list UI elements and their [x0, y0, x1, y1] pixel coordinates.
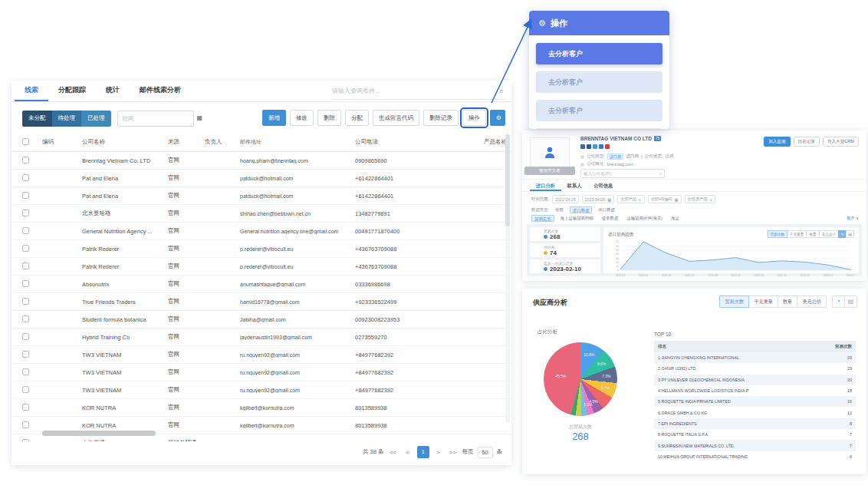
nav-tab[interactable]: 邮件线索分析	[130, 81, 191, 101]
company-card-tab[interactable]: 公司信息	[587, 180, 619, 191]
table-row[interactable]: Pat and Elena 官网 patduck@hotmail.com +61…	[12, 170, 511, 187]
per-page-input[interactable]: 50	[478, 447, 493, 458]
status-filter-segment[interactable]: 未分配	[22, 111, 52, 127]
table-row[interactable]: TW3 VIETNAM 官网 ru.nguyen92@gmail.com +84…	[12, 381, 511, 399]
supplier-toggle[interactable]: 数量	[778, 296, 797, 308]
nav-tab[interactable]: 统计	[96, 81, 130, 101]
row-checkbox[interactable]	[22, 227, 29, 234]
toolbar-action-button[interactable]: 分配	[345, 110, 369, 126]
sub-tab[interactable]: 提单数据	[600, 215, 621, 222]
hs-code-select[interactable]: 全部HS编码▦	[648, 195, 682, 203]
history-button[interactable]: 历史记录	[794, 137, 820, 147]
import-crm-button[interactable]: 导入大贸CRM	[823, 137, 859, 147]
time-field[interactable]	[123, 115, 197, 122]
list-icon-button[interactable]: ▤	[846, 230, 854, 238]
row-checkbox[interactable]	[22, 210, 29, 216]
table-row[interactable]: Student formula botanica 官网 Jabiha@gmail…	[12, 311, 511, 329]
trend-toggle[interactable]: 千克重量	[787, 230, 807, 238]
toolbar-action-button[interactable]: 删除	[317, 110, 341, 126]
row-checkbox[interactable]	[22, 421, 29, 428]
status-filter-segment[interactable]: 已处理	[81, 111, 111, 127]
time-filter-input[interactable]: ▦	[117, 111, 194, 127]
table-row[interactable]: Hybrid Training Co 官网 jaydenaustin1993@g…	[12, 329, 511, 346]
gear-icon-button[interactable]: ⚙	[490, 110, 505, 126]
row-checkbox[interactable]	[22, 439, 29, 442]
page-last-button[interactable]: >>	[448, 446, 459, 458]
table-row[interactable]: Absonutrix 官网 anumashfaque@gmail.com 033…	[12, 276, 511, 293]
nav-tab[interactable]: 线索	[15, 81, 48, 101]
table-row[interactable]: 北京曼哈格 官网 shihao.chen@bestown.net.cn 1348…	[12, 205, 511, 223]
company-card-tab[interactable]: 进口分析	[530, 180, 561, 191]
row-checkbox[interactable]	[22, 280, 29, 287]
toolbar-action-button[interactable]: 操作	[462, 110, 486, 126]
expand-link[interactable]: 展开 ∨	[847, 216, 859, 221]
row-checkbox[interactable]	[22, 333, 29, 340]
row-checkbox[interactable]	[22, 368, 29, 375]
supplier-toggle[interactable]: 贸易次数	[719, 296, 749, 308]
row-checkbox[interactable]	[22, 245, 29, 252]
company-name-field[interactable]	[584, 171, 659, 176]
list-view-icon-button[interactable]: ▤	[844, 296, 857, 308]
trend-toggle[interactable]: 贸易次数	[768, 230, 787, 238]
row-checkbox[interactable]	[22, 192, 29, 199]
page-current[interactable]: 1	[417, 446, 429, 458]
company-site-link[interactable]: brenntag.com	[607, 162, 633, 167]
date-from-input[interactable]: 2022-04-26	[552, 195, 579, 203]
add-monitor-button[interactable]: 加入监测	[764, 137, 790, 147]
popup-item-analyze-customer[interactable]: 去分析客户	[536, 71, 663, 93]
data-type-option[interactable]: 出口数据	[596, 206, 617, 213]
nav-tab[interactable]: 分配跟踪	[48, 81, 96, 101]
top10-row[interactable]: 10.MEIHUA GROUP INTERNATIONAL TRADING 6	[654, 451, 856, 462]
company-name-search[interactable]: ⌕	[580, 169, 665, 178]
top10-row[interactable]: 7.EPI INGREDIENTS 8	[654, 418, 856, 429]
row-checkbox[interactable]	[22, 404, 29, 411]
table-row[interactable]: Patrik Rederer 官网 p.rederer@vitrocult.eu…	[12, 240, 511, 258]
page-first-button[interactable]: <<	[388, 446, 399, 458]
social-icon[interactable]	[587, 144, 591, 149]
row-checkbox[interactable]	[22, 298, 29, 305]
top10-row[interactable]: 8.ROQUETTE ITALIA S.P.A. 7	[654, 429, 856, 440]
top10-row[interactable]: 2.GANIR (1992) LTD. 23	[654, 363, 856, 374]
sub-tab[interactable]: 海运	[669, 215, 682, 222]
page-next-button[interactable]: >	[433, 446, 444, 458]
date-to-input[interactable]: 2023-04-25▦	[582, 195, 614, 203]
table-row[interactable]: Patrik Rederer 官网 p.rederer@vitrocult.eu…	[12, 258, 511, 276]
toolbar-action-button[interactable]: 删除记录	[423, 110, 459, 126]
social-icon[interactable]	[605, 144, 610, 149]
popup-item-analyze-customer[interactable]: 去分析客户	[536, 100, 663, 121]
table-row[interactable]: TW3 VIETNAM 官网 ru.nguyen92@gmail.com +84…	[12, 364, 511, 381]
toolbar-action-button[interactable]: 修改	[290, 110, 314, 126]
toolbar-action-button[interactable]: 生成留言代码	[373, 110, 419, 126]
row-checkbox[interactable]	[22, 263, 29, 269]
row-checkbox[interactable]	[22, 386, 29, 393]
status-filter-segment[interactable]: 待处理	[52, 111, 82, 127]
top10-row[interactable]: 3.PT UNILEVER OLEOCHEMICAL INDONESIA 20	[654, 375, 856, 385]
row-checkbox[interactable]	[22, 157, 29, 163]
table-row[interactable]: Brenntag Vietnam Co. LTD 官网 hoang.pham@b…	[12, 152, 511, 170]
toolbar-action-button[interactable]: 新增	[262, 110, 286, 126]
table-row[interactable]: True Friends Traders 官网 hamid16778@gmail…	[12, 293, 511, 311]
sub-tab[interactable]: 海上运输贸易明细	[558, 215, 596, 222]
search-field[interactable]	[332, 88, 499, 94]
top10-row[interactable]: 1.JIANGYIN CHENGXING INTERNATIONAL 29	[654, 352, 856, 363]
top10-row[interactable]: 6.GRACE GMBH & CO.KG 12	[654, 407, 856, 418]
trend-toggle[interactable]: 美元总计	[819, 230, 839, 238]
supplier-toggle[interactable]: 美元总价	[797, 296, 827, 308]
product-select[interactable]: 全部产品∨	[617, 195, 645, 203]
table-row[interactable]: TW3 VIETNAM 官网 ru.nguyen92@gmail.com +84…	[12, 346, 511, 364]
data-type-option[interactable]: 进口数据	[570, 206, 593, 213]
table-row[interactable]: KOR NUTRA 官网 kgilbert@kornutra.com 80135…	[12, 399, 511, 417]
row-checkbox[interactable]	[22, 174, 29, 181]
social-icon[interactable]	[593, 144, 597, 149]
horizontal-scrollbar-thumb[interactable]	[42, 431, 156, 436]
company-card-tab[interactable]: 联系人	[561, 180, 588, 191]
top10-row[interactable]: 9.SUNRESIN NEW MATERIALS CO. LTD. 7	[654, 440, 856, 451]
social-icon[interactable]	[580, 144, 585, 149]
sub-tab[interactable]: 贸易总览	[531, 215, 554, 222]
popup-item-analyze-customer[interactable]: 去分析客户	[536, 128, 663, 129]
select-all-checkbox[interactable]	[22, 138, 29, 145]
top10-row[interactable]: 5.ROQUETTE INDIA PRIVATE LIMITED 16	[654, 396, 856, 407]
search-input[interactable]: ⌕	[332, 82, 504, 100]
vertical-scrollbar-thumb[interactable]	[505, 134, 510, 226]
popup-item-analyze-customer[interactable]: 去分析客户	[536, 43, 663, 64]
